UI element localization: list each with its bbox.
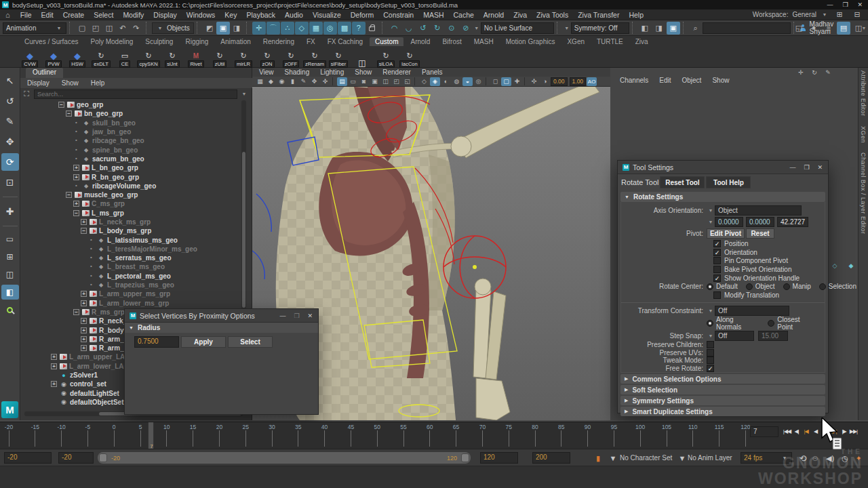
expand-icon[interactable]: + bbox=[81, 336, 87, 342]
character-controls-icon[interactable]: ✦ bbox=[807, 22, 821, 35]
history-on-icon[interactable]: ↺ bbox=[416, 22, 430, 35]
outliner-item-ribcage-bn-geo[interactable]: •◆ribcage_bn_geo bbox=[20, 136, 244, 145]
camera-attributes-icon[interactable]: ◉ bbox=[277, 77, 287, 86]
outliner-item-muscle-geo-grp[interactable]: −muscle_geo_grp bbox=[20, 190, 244, 199]
apply-button[interactable]: Apply bbox=[181, 336, 226, 348]
selection-box-icon[interactable]: ⛶ bbox=[22, 87, 31, 100]
range-end-handle[interactable] bbox=[461, 453, 469, 462]
section-smart-duplicate-settings[interactable]: ▶Smart Duplicate Settings bbox=[620, 407, 825, 416]
output-connections-icon[interactable]: ◡ bbox=[402, 22, 416, 35]
shelf-item-mirlr[interactable]: ↻mirLR bbox=[233, 51, 254, 68]
side-tab-channel-box-layer-editor[interactable]: Channel Box / Layer Editor bbox=[860, 152, 867, 235]
outliner-item-jaw-bn-geo[interactable]: •◆jaw_bn_geo bbox=[20, 127, 244, 136]
outliner-item-geo-grp[interactable]: −geo_grp bbox=[20, 100, 244, 109]
reset-pivot-button[interactable]: Reset bbox=[746, 228, 774, 239]
outliner-item-l-arm-lower-ms-grp[interactable]: +L_arm_lower_ms_grp bbox=[20, 299, 244, 308]
2d-pan-zoom-icon[interactable]: ✥ bbox=[309, 77, 319, 86]
radius-field[interactable]: 0.7500 bbox=[134, 336, 179, 348]
xyz-axis-icon[interactable]: ✛ bbox=[796, 68, 806, 77]
home-icon[interactable]: ⌂ bbox=[0, 11, 16, 19]
shelf-tab-rendering[interactable]: Rendering bbox=[258, 37, 300, 46]
search-input[interactable] bbox=[34, 89, 237, 99]
layout-single-pane[interactable]: ▭ bbox=[1, 232, 19, 247]
outliner-item-sacrum-bn-geo[interactable]: •◆sacrum_bn_geo bbox=[20, 155, 244, 163]
unchecked-checkbox[interactable] bbox=[713, 291, 721, 299]
menu-constrain[interactable]: Constrain bbox=[378, 11, 418, 19]
expand-icon[interactable]: + bbox=[73, 201, 79, 207]
paint-select-tool[interactable]: ✎ bbox=[1, 113, 19, 130]
shelf-tab-arnold[interactable]: Arnold bbox=[405, 37, 435, 46]
history-off-icon[interactable]: ↻ bbox=[431, 22, 444, 35]
close-icon[interactable]: ✕ bbox=[857, 1, 863, 8]
shelf-tab-curves-surfaces[interactable]: Curves / Surfaces bbox=[19, 37, 83, 46]
unchecked-checkbox[interactable] bbox=[713, 266, 721, 273]
save-scene-icon[interactable]: ◫ bbox=[102, 22, 116, 35]
expand-icon[interactable]: + bbox=[81, 219, 87, 225]
collapse-icon[interactable]: − bbox=[73, 309, 79, 315]
symmetry-field[interactable]: Symmetry: Off bbox=[571, 22, 629, 34]
channel-sliders-icon[interactable]: ≡ bbox=[822, 22, 835, 35]
outliner-item-l-latissimus-ms-geo[interactable]: •◆L_latissimus_ms_geo bbox=[20, 235, 244, 244]
minimize-icon[interactable]: — bbox=[279, 312, 285, 319]
ipr-render-icon[interactable]: ▣ bbox=[667, 22, 680, 35]
grease-pencil-icon[interactable]: ✜ bbox=[320, 77, 330, 86]
shelf-item-zon[interactable]: ↻zON bbox=[256, 51, 278, 68]
layer-playback-icon[interactable]: ◇ bbox=[830, 262, 840, 270]
safe-action-icon[interactable]: ◰ bbox=[391, 77, 401, 86]
selection-mode-combo[interactable]: Objects bbox=[152, 22, 194, 34]
expand-icon[interactable]: + bbox=[51, 354, 57, 360]
snap-point-icon[interactable]: ∴ bbox=[281, 22, 294, 35]
open-scene-icon[interactable]: ◰ bbox=[89, 22, 102, 35]
rotate-z-field[interactable]: 42.2727 bbox=[777, 217, 808, 227]
shelf-item-hsw[interactable]: ◆HSW bbox=[66, 51, 88, 68]
shelf-tab-sculpting[interactable]: Sculpting bbox=[140, 37, 178, 46]
shelf-item-slloa[interactable]: ↻slLOA bbox=[375, 51, 397, 68]
bookmark-icon[interactable]: ▮ bbox=[288, 77, 298, 86]
safe-title-icon[interactable]: ◱ bbox=[402, 77, 412, 86]
layout-outliner-persp[interactable]: ◧ bbox=[1, 285, 19, 300]
menu-visualize[interactable]: Visualize bbox=[308, 11, 346, 19]
move-tool[interactable]: ✥ bbox=[1, 133, 19, 150]
expand-icon[interactable]: + bbox=[73, 174, 79, 180]
gamma-field[interactable]: 1.00 bbox=[570, 77, 587, 86]
shelf-tab-poly-modeling[interactable]: Poly Modeling bbox=[85, 37, 138, 46]
outliner-item-bn-geo-grp[interactable]: −bn_geo_grp bbox=[20, 109, 244, 118]
current-time-indicator[interactable]: 7 bbox=[148, 422, 154, 449]
menu-cache[interactable]: Cache bbox=[449, 11, 479, 19]
isolate-select-icon[interactable]: ◻ bbox=[490, 77, 500, 86]
menu-create[interactable]: Create bbox=[58, 11, 90, 19]
lock-icon[interactable] bbox=[366, 22, 379, 35]
step-back-key-button[interactable]: |◀ bbox=[802, 425, 810, 437]
live-surface-field[interactable]: No Live Surface bbox=[481, 22, 554, 34]
rotate-y-field[interactable]: 0.0000 bbox=[746, 217, 774, 227]
channel-box-menu-edit[interactable]: Edit bbox=[659, 77, 671, 84]
new-scene-icon[interactable]: ▢ bbox=[75, 22, 89, 35]
tool-settings-titlebar[interactable]: M Tool Settings — ❒ ✕ bbox=[618, 161, 828, 174]
shelf-item-zoff[interactable]: ↻zOFF bbox=[280, 51, 302, 68]
expand-icon[interactable]: + bbox=[51, 363, 57, 369]
shelf-tab-custom[interactable]: Custom bbox=[370, 37, 403, 46]
rotate-tool[interactable]: ⟳ bbox=[1, 153, 19, 171]
chevron-down-icon[interactable] bbox=[707, 308, 715, 313]
outliner-item-l-neck-ms-grp[interactable]: +L_neck_ms_grp bbox=[20, 218, 244, 226]
unchecked-checkbox[interactable] bbox=[707, 341, 714, 348]
tool-help-button[interactable]: Tool Help bbox=[706, 176, 751, 188]
step-forward-frame-button[interactable]: |▶ bbox=[840, 425, 848, 437]
collapse-icon[interactable]: − bbox=[66, 110, 72, 117]
ao-toggle[interactable]: AO bbox=[587, 77, 597, 86]
outliner-item-l-serratus-ms-geo[interactable]: •◆L_serratus_ms_geo bbox=[20, 253, 244, 262]
maximize-icon[interactable]: ❒ bbox=[294, 312, 299, 319]
make-live-icon[interactable]: ◎ bbox=[323, 22, 337, 35]
reset-tool-button[interactable]: Reset Tool bbox=[660, 176, 705, 188]
range-slider[interactable]: -20 120 bbox=[98, 452, 471, 464]
maya-logo[interactable]: M bbox=[1, 401, 18, 418]
quick-select-icon[interactable]: ⌕ bbox=[689, 22, 703, 35]
menu-select[interactable]: Select bbox=[89, 11, 118, 19]
use-default-material-icon[interactable]: ◍ bbox=[452, 77, 462, 86]
menu-ziva-tools[interactable]: Ziva Tools bbox=[532, 11, 573, 19]
checked-checkbox[interactable] bbox=[713, 249, 721, 256]
go-to-end-button[interactable]: ▶▶| bbox=[849, 425, 858, 437]
outliner-item-ribcagevolume-geo[interactable]: •◆ribcageVolume_geo bbox=[20, 182, 244, 190]
outliner-item-l-teresmajorminor-ms-geo[interactable]: •◆L_teresMajorMinor_ms_geo bbox=[20, 245, 244, 253]
rotate-x-field[interactable]: 0.0000 bbox=[715, 217, 743, 227]
